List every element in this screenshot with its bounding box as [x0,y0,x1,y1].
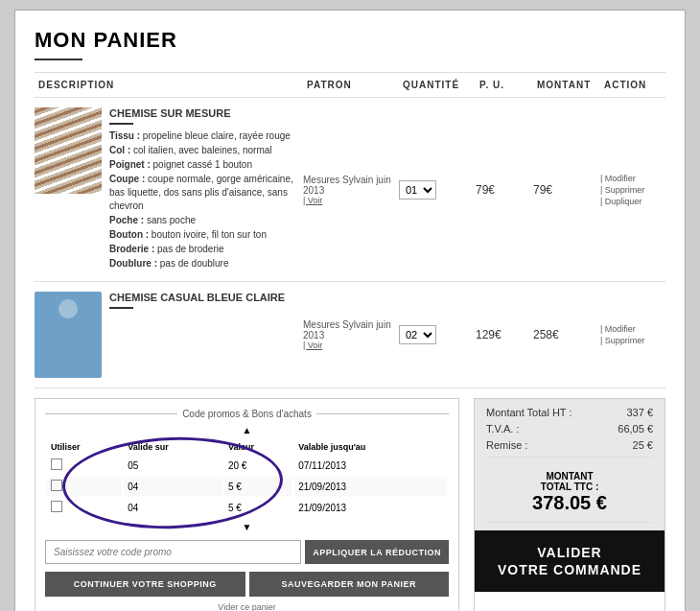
promo-col-valide: Valide sur [124,440,222,454]
title-underline [35,59,82,60]
promo-col-valeur: Valeur [224,440,292,454]
col-patron: PATRON [303,78,399,92]
value-remise: 25 € [633,439,653,451]
promo-col-valable: Valable jusqu'au [294,440,447,454]
action-cell-2: | Modifier | Supprimer [600,324,667,345]
label-remise: Remise : [486,439,527,451]
summary-ht-row: Montant Total HT : 337 € [486,407,653,418]
total-price-2: 258€ [533,328,600,341]
order-summary: Montant Total HT : 337 € T.V.A. : 66,05 … [474,398,665,611]
save-cart-button[interactable]: SAUVEGARDER MON PANIER [249,572,450,597]
table-header: DESCRIPTION PATRON QUANTITÉ P. U. MONTAN… [35,72,665,98]
promo-checkbox-0[interactable] [51,458,62,470]
qty-select-1[interactable]: 01 02 03 [399,180,436,200]
product-image-1 [35,107,102,194]
vider-cart-link[interactable]: Vider ce panier [45,602,449,611]
summary-rows: Montant Total HT : 337 € T.V.A. : 66,05 … [475,399,665,530]
summary-tva-row: T.V.A. : 66,05 € [486,423,653,435]
unit-price-1: 79€ [476,183,533,197]
product-name-1: CHEMISE SUR MESURE [109,107,303,119]
action-cell-1: | Modifier | Supprimer | Dupliquer [600,174,667,206]
page-title: MON PANIER [35,28,665,53]
modifier-link-1[interactable]: | Modifier [600,174,667,183]
validate-order-button[interactable]: VALIDER VOTRE COMMANDE [475,530,665,592]
col-montant: MONTANT [533,78,600,92]
promo-checkbox-1[interactable] [51,480,62,491]
value-ht: 337 € [626,407,653,418]
modifier-link-2[interactable]: | Modifier [600,324,667,334]
promo-section: Code promos & Bons d'achats ▲ Utiliser V… [35,398,459,611]
supprimer-link-1[interactable]: | Supprimer [600,185,667,195]
product-text-2: CHEMISE CASUAL BLEUE CLAIRE [109,292,285,314]
unit-price-2: 129€ [476,328,533,341]
promo-input-row: APPLIQUER LA RÉDUCTION [45,540,449,564]
product-underline-1 [109,123,133,125]
qty-cell-2: 01 02 03 [399,325,476,344]
sort-down-arrow[interactable]: ▼ [45,522,449,532]
label-tva: T.V.A. : [486,423,519,435]
promo-code-input[interactable] [45,540,301,564]
apply-promo-button[interactable]: APPLIQUER LA RÉDUCTION [305,540,449,564]
summary-divider [486,457,653,458]
promo-row: 04 5 € 21/09/2013 [47,477,447,496]
product-image-2 [35,292,102,378]
product-name-2: CHEMISE CASUAL BLEUE CLAIRE [109,292,285,303]
page-container: MON PANIER DESCRIPTION PATRON QUANTITÉ P… [14,10,686,611]
shirt2-image [35,292,102,378]
value-tva: 66,05 € [618,423,653,435]
shirt1-image [35,107,102,194]
promo-row: 05 20 € 07/11/2013 [47,456,447,475]
total-amount: 378.05 € [486,492,653,523]
product-desc-2: CHEMISE CASUAL BLEUE CLAIRE [35,292,303,378]
promo-table: Utiliser Valide sur Valeur Valable jusqu… [45,438,449,519]
label-ht: Montant Total HT : [486,407,572,418]
col-quantite: QUANTITÉ [399,78,476,92]
sort-up-arrow[interactable]: ▲ [45,425,449,435]
table-row: CHEMISE SUR MESURE Tissu : propeline ble… [35,98,665,282]
promo-row: 04 5 € 21/09/2013 [47,498,447,517]
voir-link-1[interactable]: | Voir [303,196,399,205]
promo-title: Code promos & Bons d'achats [45,409,449,419]
col-pu: P. U. [476,78,533,92]
continue-shopping-button[interactable]: CONTINUER VOTRE SHOPPING [45,572,245,597]
summary-remise-row: Remise : 25 € [486,439,653,451]
col-description: DESCRIPTION [35,78,303,92]
patron-1: Mesures Sylvain juin 2013 | Voir [303,175,399,205]
product-desc-1: CHEMISE SUR MESURE Tissu : propeline ble… [35,107,303,271]
qty-select-2[interactable]: 01 02 03 [399,325,436,344]
product-text-1: CHEMISE SUR MESURE Tissu : propeline ble… [109,107,303,271]
total-label: MONTANT TOTAL TTC : [486,463,653,492]
supprimer-link-2[interactable]: | Supprimer [600,336,667,345]
dupliquer-link-1[interactable]: | Dupliquer [600,197,667,206]
table-row: CHEMISE CASUAL BLEUE CLAIRE Mesures Sylv… [35,282,665,388]
col-action: ACTION [600,78,667,92]
bottom-section: Code promos & Bons d'achats ▲ Utiliser V… [35,398,665,611]
promo-col-utiliser: Utiliser [47,440,122,454]
qty-cell-1: 01 02 03 [399,180,476,200]
product-underline-2 [109,307,133,309]
footer-buttons: CONTINUER VOTRE SHOPPING SAUVEGARDER MON… [45,572,449,597]
promo-checkbox-2[interactable] [51,501,62,512]
total-price-1: 79€ [533,183,600,197]
patron-2: Mesures Sylvain juin 2013 | Voir [303,319,399,350]
voir-link-2[interactable]: | Voir [303,341,399,350]
